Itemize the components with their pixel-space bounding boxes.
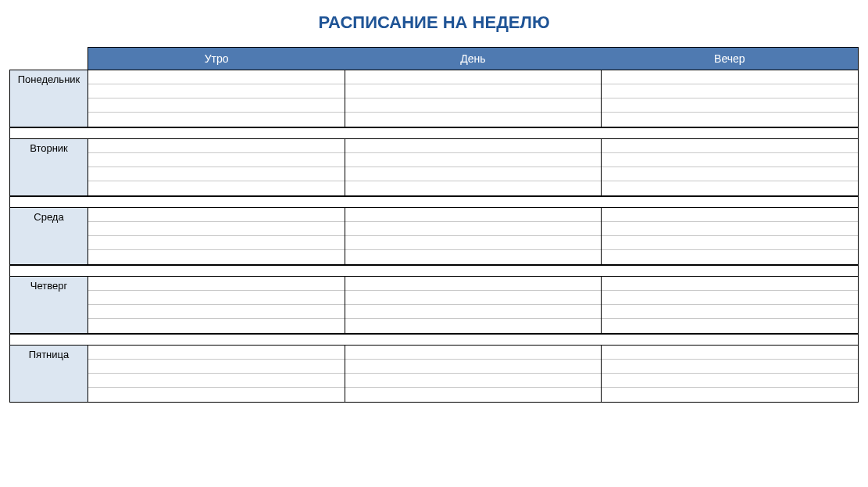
slot-day[interactable] [345, 70, 602, 127]
slot-row [602, 250, 858, 264]
slot-row [88, 139, 345, 153]
slot-row [345, 305, 602, 319]
schedule-table: Утро День Вечер Понедельник [9, 47, 859, 403]
slot-row [88, 319, 345, 333]
day-spacer [9, 334, 859, 345]
slot-row [345, 113, 602, 127]
slot-evening[interactable] [601, 139, 858, 195]
day-block-thursday: Четверг [9, 276, 859, 334]
slot-row [602, 98, 858, 113]
slot-row [345, 139, 602, 153]
slot-row [88, 153, 345, 167]
slot-row [345, 98, 602, 113]
slot-row [88, 236, 345, 250]
day-slots [88, 277, 858, 333]
slot-row [345, 167, 602, 181]
slot-row [345, 346, 602, 360]
slot-morning[interactable] [88, 277, 345, 333]
slot-morning[interactable] [88, 208, 345, 264]
slot-row [602, 181, 858, 195]
slot-row [345, 236, 602, 250]
day-label-monday: Понедельник [10, 70, 88, 127]
page-title: РАСПИСАНИЕ НА НЕДЕЛЮ [9, 13, 859, 33]
day-spacer [9, 265, 859, 276]
slot-row [602, 167, 858, 181]
slot-row [602, 222, 858, 236]
slot-row [602, 277, 858, 291]
slot-row [88, 222, 345, 236]
slot-day[interactable] [345, 277, 602, 333]
slot-day[interactable] [345, 346, 602, 402]
slot-row [602, 208, 858, 222]
slot-row [602, 236, 858, 250]
slot-row [602, 113, 858, 127]
slot-row [602, 291, 858, 305]
col-morning: Утро [88, 48, 345, 70]
slot-row [88, 291, 345, 305]
slot-morning[interactable] [88, 70, 345, 127]
slot-row [345, 277, 602, 291]
slot-row [602, 305, 858, 319]
slot-evening[interactable] [601, 208, 858, 264]
slot-row [88, 360, 345, 374]
slot-row [602, 153, 858, 167]
slot-evening[interactable] [601, 346, 858, 402]
day-block-friday: Пятница [9, 345, 859, 403]
day-spacer [9, 196, 859, 207]
slot-row [88, 84, 345, 98]
day-slots [88, 70, 858, 127]
slot-row [345, 208, 602, 222]
slot-row [88, 98, 345, 113]
slot-day[interactable] [345, 139, 602, 195]
day-label-wednesday: Среда [10, 208, 88, 264]
col-day: День [345, 48, 601, 70]
slot-row [602, 319, 858, 333]
header-empty-corner [9, 47, 88, 70]
day-spacer [9, 127, 859, 138]
slot-row [345, 250, 602, 264]
slot-row [345, 360, 602, 374]
slot-row [602, 388, 858, 402]
day-slots [88, 139, 858, 195]
day-slots [88, 208, 858, 264]
day-slots [88, 346, 858, 402]
slot-row [345, 84, 602, 98]
slot-row [88, 250, 345, 264]
slot-row [345, 181, 602, 195]
slot-row [88, 374, 345, 388]
slot-row [88, 305, 345, 319]
day-label-friday: Пятница [10, 346, 88, 402]
slot-row [345, 388, 602, 402]
day-block-monday: Понедельник [9, 70, 859, 127]
slot-day[interactable] [345, 208, 602, 264]
slot-evening[interactable] [601, 277, 858, 333]
slot-row [88, 208, 345, 222]
slot-row [345, 319, 602, 333]
slot-evening[interactable] [601, 70, 858, 127]
header-row: Утро День Вечер [9, 47, 859, 70]
slot-row [88, 388, 345, 402]
slot-row [345, 374, 602, 388]
slot-row [88, 70, 345, 84]
slot-row [88, 181, 345, 195]
slot-row [345, 70, 602, 84]
col-evening: Вечер [602, 48, 858, 70]
slot-row [602, 84, 858, 98]
day-block-wednesday: Среда [9, 207, 859, 265]
slot-row [602, 70, 858, 84]
day-label-tuesday: Вторник [10, 139, 88, 195]
slot-row [88, 167, 345, 181]
slot-row [88, 346, 345, 360]
slot-morning[interactable] [88, 346, 345, 402]
slot-row [88, 277, 345, 291]
time-headers: Утро День Вечер [88, 47, 859, 70]
slot-row [88, 113, 345, 127]
slot-row [602, 360, 858, 374]
slot-morning[interactable] [88, 139, 345, 195]
slot-row [345, 222, 602, 236]
slot-row [345, 291, 602, 305]
slot-row [602, 346, 858, 360]
day-label-thursday: Четверг [10, 277, 88, 333]
slot-row [602, 374, 858, 388]
day-block-tuesday: Вторник [9, 138, 859, 196]
